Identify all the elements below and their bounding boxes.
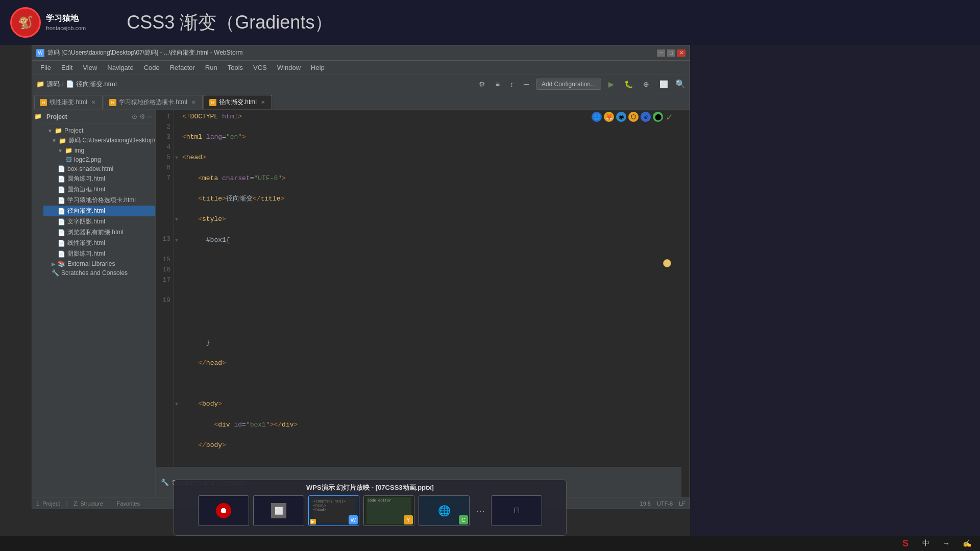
tree-radial[interactable]: 📄 径向渐变.html <box>43 206 155 216</box>
run-button[interactable]: ▶ <box>605 79 617 89</box>
tree-label-logo2: logo2.png <box>74 156 101 163</box>
thumb-gray-app[interactable]: ⬜ <box>253 495 304 526</box>
popup-title: WPS演示 幻灯片放映 - [07CSS3动画.pptx] <box>306 483 434 492</box>
browser-ie-icon[interactable]: 🌐 <box>592 112 602 122</box>
browser-chrome-icon[interactable]: ⬤ <box>653 112 663 122</box>
tree-external-libs[interactable]: ▶ 📚 External Libraries <box>43 259 155 268</box>
taskbar-arrow-icon[interactable]: → <box>937 537 955 550</box>
tab-linear[interactable]: H 线性渐变.html ✕ <box>34 95 103 109</box>
main-area: 📁 Project ⊙ ⚙ ─ ▼ 📁 Project <box>32 110 690 497</box>
sidebar-collapse-btn[interactable]: ─ <box>148 113 152 120</box>
settings-btn[interactable]: ⚙ <box>476 79 488 89</box>
menu-window[interactable]: Window <box>273 62 305 73</box>
toolbar-btn2[interactable]: ≡ <box>493 79 503 89</box>
desktop-thumb-content: 🖥 <box>492 496 542 525</box>
logo-text: 学习猿地 frontacejob.com <box>46 13 86 32</box>
title-bar-text: 源码 [C:\Users\daxiong\Desktop\07\源码] - ..… <box>47 48 243 57</box>
tree-label-pricing: 学习猿地价格选项卡.html <box>67 196 136 205</box>
tab-close-pricing[interactable]: ✕ <box>190 99 197 106</box>
code-area[interactable]: 1 2 3 4 5 6 7 13 15 16 17 <box>156 110 681 467</box>
top-header: 🐒 学习猿地 frontacejob.com CSS3 渐变（Gradients… <box>0 0 980 45</box>
menu-navigate[interactable]: Navigate <box>103 62 137 73</box>
tab-radial[interactable]: H 径向渐变.html ✕ <box>204 95 272 109</box>
status-favorites: Favorites <box>117 500 140 507</box>
tree-round-practice[interactable]: 📄 圆角练习.html <box>43 173 155 184</box>
thumb-webstorm[interactable]: <!DOCTYPE html><html><head> W ▶ <box>308 495 359 526</box>
menu-run[interactable]: Run <box>201 62 222 73</box>
tree-sources-folder[interactable]: ▼ 📁 源码 C:\Users\daxiong\Desktop\07\源码 <box>43 135 155 146</box>
tree-img-folder[interactable]: ▼ 📁 img <box>43 146 155 155</box>
browser-ff-icon[interactable]: 🦊 <box>604 112 614 122</box>
thumb-recording[interactable]: ⏺ <box>198 495 249 526</box>
tree-label-external: External Libraries <box>67 260 115 267</box>
menu-vcs[interactable]: VCS <box>249 62 271 73</box>
thumb-yb[interactable]: code editor Y <box>363 495 414 526</box>
warning-dot <box>663 259 671 267</box>
webstorm-icon: W <box>36 49 44 57</box>
taskbar-hand-icon[interactable]: ✍ <box>958 537 976 550</box>
coverage-button[interactable]: ⊕ <box>640 79 652 89</box>
thumb-desktop[interactable]: 🖥 <box>491 495 542 526</box>
tree-shadow-practice[interactable]: 📄 阴影练习.html <box>43 248 155 259</box>
tree-browser-prefix[interactable]: 📄 浏览器私有前缀.html <box>43 227 155 238</box>
tree-project-root[interactable]: ▼ 📁 Project <box>43 126 155 135</box>
status-structure: Z: Structure <box>74 500 103 507</box>
profile-button[interactable]: ⬜ <box>656 79 671 89</box>
ide-window: W 源码 [C:\Users\daxiong\Desktop\07\源码] - … <box>32 45 690 509</box>
sidebar-settings-btn[interactable]: ⚙ <box>139 113 145 120</box>
toolbar-btn3[interactable]: ↕ <box>507 79 517 89</box>
menu-file[interactable]: File <box>36 62 55 73</box>
tab-label-linear: 线性渐变.html <box>50 98 87 107</box>
sidebar-header: Project ⊙ ⚙ ─ <box>43 110 155 124</box>
tree-scratches[interactable]: 🔧 Scratches and Consoles <box>43 268 155 278</box>
maximize-button[interactable]: □ <box>667 49 675 57</box>
add-configuration-button[interactable]: Add Configuration... <box>536 79 601 90</box>
browser-safari-icon[interactable]: ⬡ <box>628 112 639 122</box>
tree-boxshadow-html[interactable]: 📄 box-shadow.html <box>43 164 155 173</box>
title-bar-left: W 源码 [C:\Users\daxiong\Desktop\07\源码] - … <box>36 48 243 57</box>
toolbar-btn4[interactable]: ─ <box>521 79 532 89</box>
tree-text-shadow[interactable]: 📄 文字阴影.html <box>43 216 155 227</box>
menu-view[interactable]: View <box>79 62 101 73</box>
taskbar-s-icon[interactable]: S <box>896 537 915 550</box>
tree-label-browser-prefix: 浏览器私有前缀.html <box>67 228 124 237</box>
tab-html-icon2: H <box>109 99 116 106</box>
tree-round-border[interactable]: 📄 圆角边框.html <box>43 184 155 195</box>
tree-label-img: img <box>75 147 84 154</box>
tree-label-boxshadow: box-shadow.html <box>67 165 113 172</box>
project-strip-icon[interactable]: 📁 <box>33 112 42 121</box>
menu-refactor[interactable]: Refactor <box>166 62 199 73</box>
browser-edge-icon[interactable]: ℯ <box>641 112 651 122</box>
tree-label-linear: 线性渐变.html <box>67 239 105 247</box>
tab-label-pricing: 学习猿地价格选项卡.html <box>119 98 187 107</box>
tree-linear[interactable]: 📄 线性渐变.html <box>43 238 155 248</box>
sidebar-sync-btn[interactable]: ⊙ <box>132 113 137 120</box>
tab-pricing[interactable]: H 学习猿地价格选项卡.html ✕ <box>104 95 203 109</box>
logo-icon: 🐒 <box>10 7 41 38</box>
more-options-icon[interactable]: ⋯ <box>474 503 487 518</box>
code-content[interactable]: <!DOCTYPE html> <html lang="en"> ▼<head>… <box>174 110 681 467</box>
menu-code[interactable]: Code <box>140 62 164 73</box>
toolbar-breadcrumb: 📁 源码 / 📄 径向渐变.html <box>36 80 117 89</box>
status-lf: LF <box>679 500 685 507</box>
menu-help[interactable]: Help <box>307 62 329 73</box>
debug-button[interactable]: 🐛 <box>621 79 636 89</box>
tab-close-radial[interactable]: ✕ <box>259 99 266 106</box>
tree-pricing[interactable]: 📄 学习猿地价格选项卡.html <box>43 195 155 206</box>
tree-label-sources: 源码 C:\Users\daxiong\Desktop\07\源码 <box>68 136 155 145</box>
tab-close-linear[interactable]: ✕ <box>90 99 97 106</box>
thumb-chrome[interactable]: 🌐 C <box>419 495 470 526</box>
page-title: CSS3 渐变（Gradients） <box>127 10 333 35</box>
minimize-button[interactable]: ─ <box>657 49 665 57</box>
checkmark-icon: ✓ <box>666 112 673 123</box>
menu-tools[interactable]: Tools <box>224 62 247 73</box>
title-bar-controls: ─ □ ✕ <box>657 49 685 57</box>
gray-app-icon: ⬜ <box>271 503 286 518</box>
search-button[interactable]: 🔍 <box>675 79 685 89</box>
taskbar-chinese-icon[interactable]: 中 <box>917 537 935 550</box>
status-encoding: UTF-8 <box>657 500 673 507</box>
menu-edit[interactable]: Edit <box>57 62 77 73</box>
browser-opera-icon[interactable]: ◉ <box>616 112 626 122</box>
tree-logo2-png[interactable]: 🖼 logo2.png <box>43 155 155 164</box>
close-button[interactable]: ✕ <box>677 49 685 57</box>
